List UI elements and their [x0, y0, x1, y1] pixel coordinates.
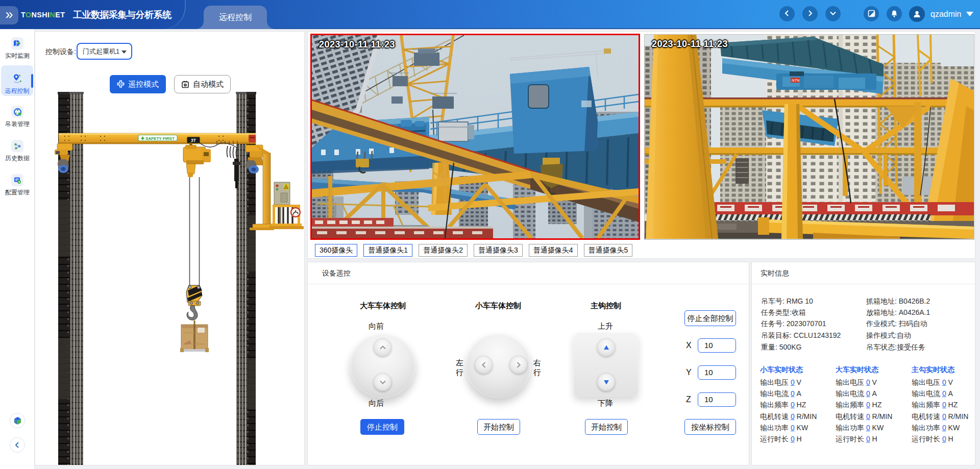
svg-text:3T: 3T: [191, 138, 197, 143]
svg-text:✚ SAFETY FIRST: ✚ SAFETY FIRST: [141, 136, 175, 141]
svg-text:NTN: NTN: [792, 78, 799, 83]
